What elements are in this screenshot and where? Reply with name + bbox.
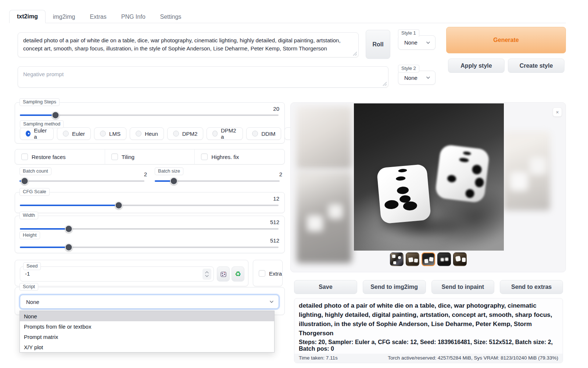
send-to-extras-button[interactable]: Send to extras bbox=[500, 280, 563, 294]
radio-icon bbox=[136, 131, 141, 137]
cfg-value: 12 bbox=[273, 195, 279, 202]
recycle-icon: ♻ bbox=[235, 270, 241, 277]
gallery-ghost-image bbox=[297, 106, 352, 169]
batch-count-value: 2 bbox=[132, 171, 147, 177]
batch-size-value: 2 bbox=[268, 171, 282, 177]
die-right bbox=[435, 144, 490, 203]
time-taken-text: Time taken: 7.11s bbox=[299, 355, 338, 361]
dice-icon bbox=[220, 271, 227, 277]
save-button[interactable]: Save bbox=[294, 280, 357, 294]
generated-image[interactable] bbox=[354, 103, 504, 251]
sampler-option-lms[interactable]: LMS bbox=[94, 127, 126, 140]
checkbox-icon bbox=[201, 153, 208, 160]
generation-info-params: Steps: 20, Sampler: Euler a, CFG scale: … bbox=[299, 339, 558, 352]
style1-select[interactable]: None bbox=[398, 35, 435, 50]
height-slider[interactable] bbox=[20, 243, 279, 251]
negative-prompt-placeholder: Negative prompt bbox=[23, 71, 64, 77]
gallery-thumbnail-5[interactable] bbox=[453, 252, 467, 266]
gallery-ghost-image bbox=[297, 171, 352, 263]
height-value: 512 bbox=[270, 237, 279, 244]
resize-handle-icon[interactable] bbox=[353, 52, 357, 56]
script-option-prompt-matrix[interactable]: Prompt matrix bbox=[20, 332, 274, 342]
chevron-down-icon bbox=[269, 299, 274, 304]
random-seed-button[interactable] bbox=[217, 266, 230, 282]
send-to-inpaint-button[interactable]: Send to inpaint bbox=[431, 280, 495, 294]
apply-style-button[interactable]: Apply style bbox=[448, 59, 505, 73]
prompt-input[interactable]: detailed photo of a pair of white die on… bbox=[18, 32, 359, 57]
send-to-img2img-button[interactable]: Send to img2img bbox=[363, 280, 426, 294]
sampler-option-dpm2-a[interactable]: DPM2 a bbox=[207, 127, 243, 140]
style1-field: Style 1 None bbox=[398, 29, 435, 50]
gallery-thumbnail-2[interactable] bbox=[406, 252, 419, 266]
seed-input[interactable]: Seed -1 bbox=[20, 266, 214, 282]
style2-select[interactable]: None bbox=[398, 71, 435, 85]
radio-icon bbox=[173, 131, 179, 137]
extra-seed-group: Extra bbox=[253, 260, 283, 286]
negative-prompt-input[interactable]: Negative prompt bbox=[18, 66, 388, 88]
batch-count-slider[interactable] bbox=[19, 177, 144, 185]
slider-thumb[interactable] bbox=[170, 177, 178, 185]
batch-size-slider[interactable] bbox=[155, 177, 280, 185]
checkbox-icon bbox=[259, 270, 265, 277]
roll-button[interactable]: Roll bbox=[366, 30, 390, 59]
cfg-slider[interactable] bbox=[20, 201, 279, 209]
width-value: 512 bbox=[270, 219, 279, 225]
tab-img2img[interactable]: img2img bbox=[46, 11, 82, 23]
close-image-button[interactable]: × bbox=[553, 107, 562, 117]
sampling-steps-slider[interactable] bbox=[20, 111, 279, 119]
script-select[interactable]: None bbox=[20, 295, 279, 309]
seed-group: Seed -1 ♻ bbox=[15, 260, 248, 286]
script-option-xy-plot[interactable]: X/Y plot bbox=[20, 342, 274, 352]
spinner-arrows-icon bbox=[205, 270, 209, 278]
script-option-none[interactable]: None bbox=[20, 311, 274, 321]
height-label: Height bbox=[19, 231, 40, 239]
slider-thumb[interactable] bbox=[65, 225, 73, 233]
style1-label: Style 1 bbox=[398, 29, 419, 37]
tab-settings[interactable]: Settings bbox=[153, 11, 189, 23]
create-style-button[interactable]: Create style bbox=[508, 59, 564, 73]
width-slider[interactable] bbox=[20, 225, 279, 233]
width-label: Width bbox=[19, 212, 38, 219]
reuse-seed-button[interactable]: ♻ bbox=[232, 266, 244, 282]
slider-thumb[interactable] bbox=[65, 244, 73, 251]
generate-button[interactable]: Generate bbox=[446, 27, 566, 53]
gallery-thumbnails bbox=[291, 252, 566, 266]
tiling-checkbox[interactable]: Tiling bbox=[105, 153, 195, 160]
cfg-group: CFG Scale 12 bbox=[15, 192, 285, 213]
gallery-thumbnail-1[interactable] bbox=[390, 252, 404, 266]
extra-checkbox[interactable]: Extra bbox=[259, 270, 282, 277]
seed-label: Seed bbox=[23, 262, 41, 270]
sampler-option-euler-a[interactable]: Euler a bbox=[20, 127, 54, 140]
radio-icon bbox=[212, 131, 217, 137]
gallery-thumbnail-3-selected[interactable] bbox=[422, 252, 435, 266]
slider-thumb[interactable] bbox=[115, 202, 122, 209]
sampler-option-euler[interactable]: Euler bbox=[57, 127, 91, 140]
batch-count-label: Batch count bbox=[19, 167, 51, 175]
tab-txt2img[interactable]: txt2img bbox=[9, 10, 46, 23]
sampling-steps-label: Sampling Steps bbox=[19, 98, 60, 106]
style2-label: Style 2 bbox=[398, 65, 419, 72]
seed-spinner[interactable] bbox=[202, 269, 211, 280]
cfg-label: CFG Scale bbox=[19, 188, 50, 196]
script-dropdown-menu: None Prompts from file or textbox Prompt… bbox=[19, 311, 275, 353]
resize-handle-icon[interactable] bbox=[383, 82, 387, 86]
radio-icon bbox=[100, 131, 106, 137]
gallery-thumbnail-4[interactable] bbox=[437, 252, 451, 266]
script-label: Script bbox=[19, 283, 38, 291]
slider-thumb[interactable] bbox=[52, 112, 60, 119]
restore-faces-checkbox[interactable]: Restore faces bbox=[15, 153, 105, 160]
sampler-option-heun[interactable]: Heun bbox=[130, 127, 164, 140]
sampling-method-label: Sampling method bbox=[20, 120, 64, 128]
slider-thumb[interactable] bbox=[21, 177, 28, 185]
script-option-prompts-from-file[interactable]: Prompts from file or textbox bbox=[20, 321, 274, 332]
radio-icon bbox=[252, 131, 258, 137]
tab-png-info[interactable]: PNG Info bbox=[114, 11, 153, 23]
close-icon: × bbox=[556, 109, 559, 115]
sampler-option-ddim[interactable]: DDIM bbox=[246, 127, 281, 140]
tab-extras[interactable]: Extras bbox=[82, 11, 114, 23]
style2-value: None bbox=[404, 75, 417, 81]
highres-fix-checkbox[interactable]: Highres. fix bbox=[195, 153, 284, 160]
sampler-option-dpm2[interactable]: DPM2 bbox=[167, 127, 204, 140]
style1-value: None bbox=[404, 39, 417, 46]
chevron-down-icon bbox=[426, 75, 431, 80]
